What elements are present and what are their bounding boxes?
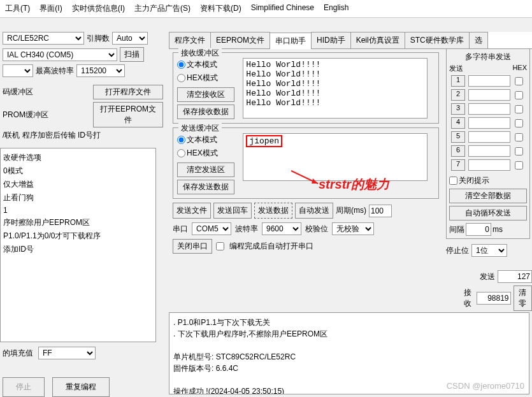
unknown-select[interactable] — [3, 64, 33, 77]
stopbit-select[interactable]: 1位 — [471, 244, 507, 257]
tab-progfile[interactable]: 程序文件 — [169, 32, 211, 48]
baud-label: 最高波特率 — [36, 66, 74, 76]
tx-textarea[interactable]: jiopen — [243, 133, 428, 181]
open-prog-button[interactable]: 打开程序文件 — [93, 85, 163, 99]
clear-stats-button[interactable]: 清零 — [514, 285, 533, 311]
row-btn[interactable]: 5 — [451, 131, 465, 143]
list-item[interactable]: 添加ID号 — [3, 243, 153, 256]
row-btn[interactable]: 3 — [451, 103, 465, 115]
row-input[interactable] — [468, 75, 510, 87]
tx-hex-radio[interactable] — [177, 149, 185, 157]
options-list[interactable]: 改硬件选项 0模式 仅大增益 止看门狗 1 序时擦除用户EEPROM区 P1.0… — [0, 148, 156, 342]
watermark: CSDN @jerome0710 — [447, 381, 524, 391]
row-input[interactable] — [468, 103, 510, 115]
rx-save-button[interactable]: 保存接收数据 — [177, 105, 234, 119]
eeprom-buf-label: PROM缓冲区 — [3, 110, 48, 120]
period-input[interactable] — [369, 205, 392, 217]
tx-hex-label: HEX模式 — [187, 148, 218, 159]
list-item[interactable]: 改硬件选项 — [3, 151, 153, 164]
tx-save-button[interactable]: 保存发送数据 — [177, 180, 234, 194]
row-hex-chk[interactable] — [515, 147, 523, 155]
tab-eepromfile[interactable]: EEPROM文件 — [210, 32, 270, 48]
menu-item[interactable]: Simplified Chinese — [251, 3, 314, 14]
serial-row2: 关闭串口 编程完成后自动打开串口 — [173, 239, 439, 254]
row-hex-chk[interactable] — [515, 119, 523, 127]
period-label: 周期(ms) — [336, 205, 366, 216]
multistr-legend: 多字符串发送 — [449, 52, 527, 62]
list-item[interactable]: 止看门狗 — [3, 191, 153, 205]
menu-item[interactable]: 工具(T) — [5, 3, 30, 14]
row-btn[interactable]: 4 — [451, 117, 465, 129]
rx-hex-radio[interactable] — [177, 74, 185, 82]
row-input[interactable] — [468, 145, 510, 157]
parity-select[interactable]: 无校验 — [332, 222, 374, 235]
tab-hwmath[interactable]: STC硬件数学库 — [405, 32, 470, 48]
tab-hid[interactable]: HID助手 — [311, 32, 351, 48]
autoopen-checkbox[interactable] — [216, 242, 224, 250]
list-item[interactable]: 0模式 — [3, 164, 153, 178]
serial-port-select[interactable]: COM5 — [192, 222, 231, 235]
send-cr-button[interactable]: 发送回车 — [213, 203, 252, 219]
list-item[interactable]: P1.0/P1.1为0/0才可下载程序 — [3, 229, 153, 243]
port-select[interactable]: IAL CH340 (COM5) — [3, 48, 117, 61]
close-serial-button[interactable]: 关闭串口 — [173, 239, 212, 254]
row-hex-chk[interactable] — [515, 161, 523, 170]
tx-text-radio[interactable] — [177, 136, 185, 144]
list-item[interactable]: 序时擦除用户EEPROM区 — [3, 216, 153, 229]
reprogram-button[interactable]: 重复编程 — [52, 377, 110, 397]
row-input[interactable] — [468, 131, 510, 143]
right-panel: 多字符串发送 发送 HEX 1 2 3 4 5 6 7 关闭提示 清空全部数据 … — [446, 48, 530, 257]
tab-keil[interactable]: Keil仿真设置 — [350, 32, 405, 48]
send-file-button[interactable]: 发送文件 — [173, 203, 211, 219]
gap-input[interactable] — [466, 223, 491, 236]
menu-item[interactable]: English — [324, 3, 349, 14]
list-item[interactable]: 仅大增益 — [3, 178, 153, 191]
rx-textarea[interactable]: Hello World!!!! Hello World!!!! Hello Wo… — [243, 58, 428, 119]
row-hex-chk[interactable] — [515, 77, 523, 85]
row-input[interactable] — [468, 117, 510, 129]
row-input[interactable] — [468, 89, 510, 101]
rx-legend: 接收缓冲区 — [178, 48, 222, 59]
close-hint-label: 关闭提示 — [459, 176, 489, 185]
stop-button[interactable]: 停止 — [3, 377, 45, 397]
bottom-buttons: 停止 重复编程 — [3, 377, 110, 397]
send-data-button[interactable]: 发送数据 — [254, 203, 292, 219]
row-input[interactable] — [468, 159, 510, 171]
auto-send-button[interactable]: 自动发送 — [295, 203, 333, 219]
row-btn[interactable]: 2 — [451, 89, 465, 101]
pin-select[interactable]: Auto — [112, 32, 148, 45]
menu-item[interactable]: 主力产品广告(S) — [134, 3, 191, 14]
fill-row: 的填充值 FF — [0, 344, 98, 362]
close-hint-chk[interactable] — [449, 177, 457, 185]
rx-text-radio[interactable] — [177, 61, 185, 69]
tab-more[interactable]: 选 — [469, 32, 488, 48]
tx-clear-button[interactable]: 清空发送区 — [177, 162, 234, 177]
menu-item[interactable]: 实时供货信息(I) — [72, 3, 125, 14]
auto-loop-button[interactable]: 自动循环发送 — [449, 206, 527, 220]
list-item[interactable]: 1 — [3, 205, 153, 216]
top-left-controls: RC/LE52RC 引脚数 Auto IAL CH340 (COM5) 扫描 最… — [0, 32, 166, 143]
serial-baud-select[interactable]: 9600 — [262, 222, 301, 235]
clear-all-button[interactable]: 清空全部数据 — [449, 189, 527, 203]
menu-item[interactable]: 界面(I) — [40, 3, 62, 14]
row-btn[interactable]: 7 — [451, 159, 465, 171]
hex-header: HEX — [512, 64, 527, 73]
rx-clear-button[interactable]: 清空接收区 — [177, 87, 234, 102]
row-hex-chk[interactable] — [515, 133, 523, 141]
chip-select[interactable]: RC/LE52RC — [3, 32, 84, 45]
max-baud-select[interactable]: 115200 — [76, 64, 125, 77]
row-hex-chk[interactable] — [515, 91, 523, 99]
stop-label: 停止位 — [446, 245, 469, 256]
menu-item[interactable]: 资料下载(D) — [200, 3, 241, 14]
open-eeprom-button[interactable]: 打开EEPROM文件 — [93, 102, 163, 127]
rx-hex-label: HEX模式 — [187, 73, 218, 83]
row-btn[interactable]: 1 — [451, 75, 465, 87]
main-panel: 接收缓冲区 文本模式 HEX模式 清空接收区 保存接收数据 Hello Worl… — [169, 48, 443, 257]
tab-serial[interactable]: 串口助手 — [270, 32, 312, 49]
scan-button[interactable]: 扫描 — [120, 47, 144, 62]
row-btn[interactable]: 6 — [451, 145, 465, 157]
fill-select[interactable]: FF — [38, 347, 96, 359]
rx-group: 接收缓冲区 文本模式 HEX模式 清空接收区 保存接收数据 Hello Worl… — [173, 52, 439, 124]
row-hex-chk[interactable] — [515, 105, 523, 113]
code-buf-label: 码缓冲区 — [3, 87, 33, 97]
